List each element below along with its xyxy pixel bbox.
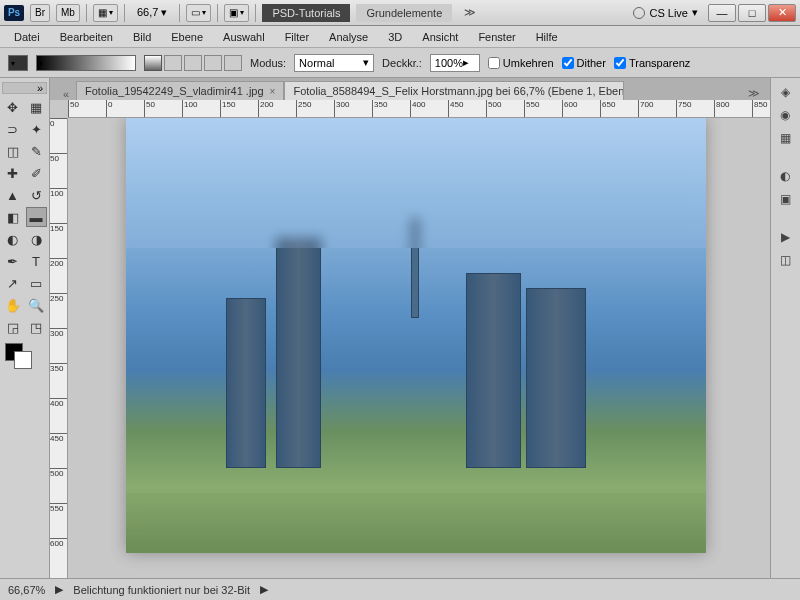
- tool-3dcam[interactable]: ◳: [26, 317, 47, 337]
- ruler-horizontal[interactable]: 5005010015020025030035040045050055060065…: [68, 100, 770, 118]
- tool-history[interactable]: ↺: [26, 185, 47, 205]
- panel-history2-icon[interactable]: ◫: [773, 250, 797, 270]
- tool-wand[interactable]: ✦: [26, 119, 47, 139]
- tool-zoom[interactable]: 🔍: [26, 295, 47, 315]
- panel-color-icon[interactable]: ◉: [773, 105, 797, 125]
- tool-path[interactable]: ↗: [2, 273, 23, 293]
- ruler-vertical[interactable]: 050100150200250300350400450500550600: [50, 118, 68, 578]
- panel-layers-icon[interactable]: ◈: [773, 82, 797, 102]
- opacity-input[interactable]: 100% ▸: [430, 54, 480, 72]
- document-image[interactable]: [126, 118, 706, 553]
- cs-live-button[interactable]: CS Live ▾: [633, 6, 698, 19]
- document-tabs: « Fotolia_19542249_S_vladimir41 .jpg×Fot…: [50, 78, 770, 100]
- tool-marquee[interactable]: ▦: [26, 97, 47, 117]
- tool-heal[interactable]: ✚: [2, 163, 23, 183]
- gradient-linear-icon[interactable]: [144, 55, 162, 71]
- status-info: Belichtung funktioniert nur bei 32-Bit: [73, 584, 250, 596]
- gradient-diamond-icon[interactable]: [224, 55, 242, 71]
- gradient-picker[interactable]: [36, 55, 136, 71]
- toolbox: » ✥▦⊃✦◫✎✚✐▲↺◧▬◐◑✒T↗▭✋🔍◲◳: [0, 78, 50, 578]
- minibridge-button[interactable]: Mb: [56, 4, 80, 22]
- tool-eraser[interactable]: ◧: [2, 207, 23, 227]
- tool-lasso[interactable]: ⊃: [2, 119, 23, 139]
- tool-shape[interactable]: ▭: [26, 273, 47, 293]
- bridge-button[interactable]: Br: [30, 4, 50, 22]
- tool-crop[interactable]: ◫: [2, 141, 23, 161]
- menu-analyse[interactable]: Analyse: [319, 28, 378, 46]
- mode-select[interactable]: Normal▾: [294, 54, 374, 72]
- tab-scroll-left-icon[interactable]: «: [56, 88, 76, 100]
- panel-play-icon[interactable]: ▶: [773, 227, 797, 247]
- statusbar: 66,67% ▶ Belichtung funktioniert nur bei…: [0, 578, 800, 600]
- status-arrow2-icon[interactable]: ▶: [260, 583, 268, 596]
- transparency-checkbox[interactable]: Transparenz: [614, 57, 690, 69]
- panel-mask-icon[interactable]: ▣: [773, 189, 797, 209]
- minimize-button[interactable]: —: [708, 4, 736, 22]
- tool-dodge[interactable]: ◑: [26, 229, 47, 249]
- close-tab-icon[interactable]: ×: [270, 86, 276, 97]
- panel-swatch-icon[interactable]: ▦: [773, 128, 797, 148]
- toolbox-collapse-icon[interactable]: »: [2, 82, 47, 94]
- tool-preset-picker[interactable]: [8, 55, 28, 71]
- color-wells[interactable]: [2, 343, 42, 373]
- opacity-label: Deckkr.:: [382, 57, 422, 69]
- canvas[interactable]: [68, 118, 770, 578]
- gradient-radial-icon[interactable]: [164, 55, 182, 71]
- menubar: DateiBearbeitenBildEbeneAuswahlFilterAna…: [0, 26, 800, 48]
- gradient-reflected-icon[interactable]: [204, 55, 222, 71]
- menu-auswahl[interactable]: Auswahl: [213, 28, 275, 46]
- menu-bearbeiten[interactable]: Bearbeiten: [50, 28, 123, 46]
- tool-move[interactable]: ✥: [2, 97, 23, 117]
- panel-adjust-icon[interactable]: ◐: [773, 166, 797, 186]
- tab-scroll-right-icon[interactable]: ≫: [744, 87, 764, 100]
- tool-hand[interactable]: ✋: [2, 295, 23, 315]
- dither-checkbox[interactable]: Dither: [562, 57, 606, 69]
- menu-hilfe[interactable]: Hilfe: [526, 28, 568, 46]
- maximize-button[interactable]: □: [738, 4, 766, 22]
- more-workspaces-icon[interactable]: ≫: [458, 6, 482, 19]
- menu-ansicht[interactable]: Ansicht: [412, 28, 468, 46]
- menu-3d[interactable]: 3D: [378, 28, 412, 46]
- zoom-display[interactable]: 66,7 ▾: [131, 4, 173, 21]
- status-arrow-icon[interactable]: ▶: [55, 583, 63, 596]
- menu-bild[interactable]: Bild: [123, 28, 161, 46]
- menu-filter[interactable]: Filter: [275, 28, 319, 46]
- gradient-angle-icon[interactable]: [184, 55, 202, 71]
- document-tab[interactable]: Fotolia_19542249_S_vladimir41 .jpg×: [76, 81, 284, 100]
- tool-pen[interactable]: ✒: [2, 251, 23, 271]
- status-zoom[interactable]: 66,67%: [8, 584, 45, 596]
- close-button[interactable]: ✕: [768, 4, 796, 22]
- titlebar: Ps Br Mb ▦ 66,7 ▾ ▭ ▣ PSD-Tutorials Grun…: [0, 0, 800, 26]
- tool-blur[interactable]: ◐: [2, 229, 23, 249]
- tool-eyedropper[interactable]: ✎: [26, 141, 47, 161]
- view-menu-icon[interactable]: ▦: [93, 4, 118, 22]
- mode-label: Modus:: [250, 57, 286, 69]
- arrange-icon[interactable]: ▭: [186, 4, 211, 22]
- menu-datei[interactable]: Datei: [4, 28, 50, 46]
- tool-3d[interactable]: ◲: [2, 317, 23, 337]
- tool-gradient[interactable]: ▬: [26, 207, 47, 227]
- reverse-checkbox[interactable]: Umkehren: [488, 57, 554, 69]
- workspace-tab-grundelemente[interactable]: Grundelemente: [356, 4, 452, 22]
- background-color[interactable]: [14, 351, 32, 369]
- screen-mode-icon[interactable]: ▣: [224, 4, 249, 22]
- menu-ebene[interactable]: Ebene: [161, 28, 213, 46]
- photoshop-icon[interactable]: Ps: [4, 5, 24, 21]
- options-bar: Modus: Normal▾ Deckkr.: 100% ▸ Umkehren …: [0, 48, 800, 78]
- tool-type[interactable]: T: [26, 251, 47, 271]
- menu-fenster[interactable]: Fenster: [468, 28, 525, 46]
- panel-dock: ◈◉▦◐▣▶◫: [770, 78, 800, 578]
- gradient-type-group: [144, 55, 242, 71]
- tool-stamp[interactable]: ▲: [2, 185, 23, 205]
- document-tab[interactable]: Fotolia_8588494_S_Felix Horstmann.jpg be…: [284, 81, 624, 100]
- tool-brush[interactable]: ✐: [26, 163, 47, 183]
- workspace-tab-tutorials[interactable]: PSD-Tutorials: [262, 4, 350, 22]
